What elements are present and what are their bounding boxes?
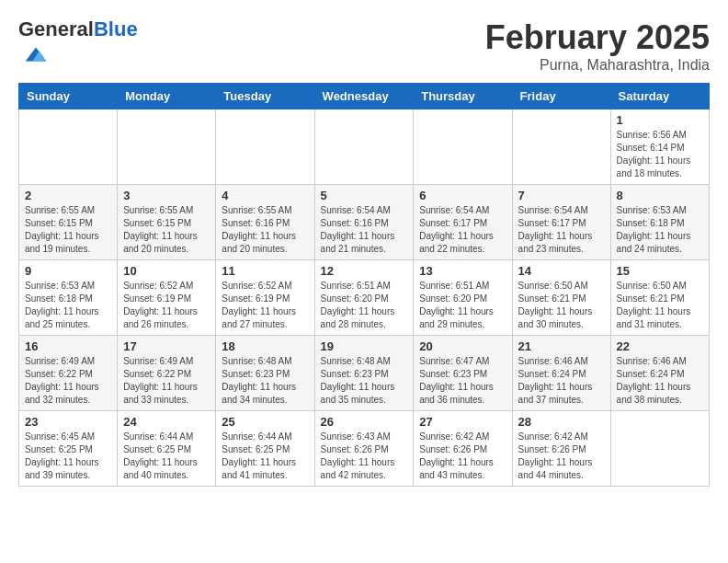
day-info: Sunrise: 6:42 AM Sunset: 6:26 PM Dayligh… xyxy=(518,431,605,482)
calendar-cell: 1Sunrise: 6:56 AM Sunset: 6:14 PM Daylig… xyxy=(610,109,709,185)
day-info: Sunrise: 6:49 AM Sunset: 6:22 PM Dayligh… xyxy=(25,355,111,407)
calendar-header-monday: Monday xyxy=(118,84,216,109)
calendar-cell: 4Sunrise: 6:55 AM Sunset: 6:16 PM Daylig… xyxy=(216,185,314,260)
calendar-table: SundayMondayTuesdayWednesdayThursdayFrid… xyxy=(18,83,710,487)
day-number: 3 xyxy=(123,189,210,202)
day-number: 19 xyxy=(321,339,408,353)
day-number: 20 xyxy=(419,339,506,353)
calendar-header-row: SundayMondayTuesdayWednesdayThursdayFrid… xyxy=(19,84,710,109)
calendar-cell: 19Sunrise: 6:48 AM Sunset: 6:23 PM Dayli… xyxy=(314,336,414,411)
calendar-header-tuesday: Tuesday xyxy=(216,84,314,109)
day-info: Sunrise: 6:50 AM Sunset: 6:21 PM Dayligh… xyxy=(518,280,605,331)
day-info: Sunrise: 6:45 AM Sunset: 6:25 PM Dayligh… xyxy=(25,431,111,482)
calendar-cell: 15Sunrise: 6:50 AM Sunset: 6:21 PM Dayli… xyxy=(610,260,709,336)
day-number: 23 xyxy=(25,415,111,429)
day-number: 26 xyxy=(321,415,408,429)
calendar-week-4: 16Sunrise: 6:49 AM Sunset: 6:22 PM Dayli… xyxy=(19,336,710,411)
day-info: Sunrise: 6:44 AM Sunset: 6:25 PM Dayligh… xyxy=(123,431,210,482)
day-info: Sunrise: 6:44 AM Sunset: 6:25 PM Dayligh… xyxy=(222,431,308,482)
day-number: 17 xyxy=(123,339,210,353)
calendar-cell xyxy=(19,109,118,185)
calendar-cell xyxy=(314,109,414,185)
day-number: 15 xyxy=(617,264,703,278)
logo: GeneralBlue xyxy=(18,18,138,72)
day-info: Sunrise: 6:55 AM Sunset: 6:15 PM Dayligh… xyxy=(25,204,111,256)
calendar-week-5: 23Sunrise: 6:45 AM Sunset: 6:25 PM Dayli… xyxy=(19,411,710,487)
calendar-cell: 6Sunrise: 6:54 AM Sunset: 6:17 PM Daylig… xyxy=(414,185,512,260)
calendar-cell xyxy=(610,411,709,487)
calendar-cell: 13Sunrise: 6:51 AM Sunset: 6:20 PM Dayli… xyxy=(414,260,512,336)
sub-title: Purna, Maharashtra, India xyxy=(485,57,710,74)
day-number: 28 xyxy=(518,415,605,429)
calendar-cell: 24Sunrise: 6:44 AM Sunset: 6:25 PM Dayli… xyxy=(118,411,216,487)
calendar-cell: 26Sunrise: 6:43 AM Sunset: 6:26 PM Dayli… xyxy=(314,411,414,487)
calendar-header-friday: Friday xyxy=(512,84,610,109)
day-number: 2 xyxy=(25,189,111,202)
calendar-header-thursday: Thursday xyxy=(414,84,512,109)
calendar-header-wednesday: Wednesday xyxy=(314,84,414,109)
day-number: 24 xyxy=(123,415,210,429)
calendar-cell: 5Sunrise: 6:54 AM Sunset: 6:16 PM Daylig… xyxy=(314,185,414,260)
logo-icon xyxy=(22,40,50,68)
day-number: 16 xyxy=(25,339,111,353)
day-info: Sunrise: 6:51 AM Sunset: 6:20 PM Dayligh… xyxy=(321,280,408,331)
calendar-cell: 27Sunrise: 6:42 AM Sunset: 6:26 PM Dayli… xyxy=(414,411,512,487)
calendar-week-3: 9Sunrise: 6:53 AM Sunset: 6:18 PM Daylig… xyxy=(19,260,710,336)
main-title: February 2025 xyxy=(485,18,710,57)
calendar-header-sunday: Sunday xyxy=(19,84,118,109)
calendar-cell xyxy=(512,109,610,185)
day-number: 10 xyxy=(123,264,210,278)
logo-text: GeneralBlue xyxy=(18,18,138,40)
calendar-cell: 17Sunrise: 6:49 AM Sunset: 6:22 PM Dayli… xyxy=(118,336,216,411)
day-number: 7 xyxy=(518,189,605,202)
day-number: 12 xyxy=(321,264,408,278)
logo-general: General xyxy=(18,17,94,40)
calendar-week-2: 2Sunrise: 6:55 AM Sunset: 6:15 PM Daylig… xyxy=(19,185,710,260)
day-number: 5 xyxy=(321,189,408,202)
calendar-cell: 2Sunrise: 6:55 AM Sunset: 6:15 PM Daylig… xyxy=(19,185,118,260)
day-info: Sunrise: 6:54 AM Sunset: 6:17 PM Dayligh… xyxy=(419,204,506,256)
day-info: Sunrise: 6:52 AM Sunset: 6:19 PM Dayligh… xyxy=(222,280,308,331)
calendar-header-saturday: Saturday xyxy=(610,84,709,109)
day-info: Sunrise: 6:56 AM Sunset: 6:14 PM Dayligh… xyxy=(617,129,703,180)
day-info: Sunrise: 6:42 AM Sunset: 6:26 PM Dayligh… xyxy=(419,431,506,482)
calendar-cell: 20Sunrise: 6:47 AM Sunset: 6:23 PM Dayli… xyxy=(414,336,512,411)
calendar-cell: 21Sunrise: 6:46 AM Sunset: 6:24 PM Dayli… xyxy=(512,336,610,411)
calendar-week-1: 1Sunrise: 6:56 AM Sunset: 6:14 PM Daylig… xyxy=(19,109,710,185)
day-info: Sunrise: 6:54 AM Sunset: 6:17 PM Dayligh… xyxy=(518,204,605,256)
day-info: Sunrise: 6:51 AM Sunset: 6:20 PM Dayligh… xyxy=(419,280,506,331)
day-info: Sunrise: 6:43 AM Sunset: 6:26 PM Dayligh… xyxy=(321,431,408,482)
day-number: 13 xyxy=(419,264,506,278)
calendar-cell: 12Sunrise: 6:51 AM Sunset: 6:20 PM Dayli… xyxy=(314,260,414,336)
day-info: Sunrise: 6:52 AM Sunset: 6:19 PM Dayligh… xyxy=(123,280,210,331)
day-info: Sunrise: 6:53 AM Sunset: 6:18 PM Dayligh… xyxy=(25,280,111,331)
title-area: February 2025 Purna, Maharashtra, India xyxy=(485,18,710,74)
day-number: 21 xyxy=(518,339,605,353)
calendar-cell: 11Sunrise: 6:52 AM Sunset: 6:19 PM Dayli… xyxy=(216,260,314,336)
day-info: Sunrise: 6:55 AM Sunset: 6:16 PM Dayligh… xyxy=(222,204,308,256)
calendar-cell: 22Sunrise: 6:46 AM Sunset: 6:24 PM Dayli… xyxy=(610,336,709,411)
calendar-cell: 7Sunrise: 6:54 AM Sunset: 6:17 PM Daylig… xyxy=(512,185,610,260)
calendar-cell: 10Sunrise: 6:52 AM Sunset: 6:19 PM Dayli… xyxy=(118,260,216,336)
calendar-cell: 25Sunrise: 6:44 AM Sunset: 6:25 PM Dayli… xyxy=(216,411,314,487)
day-info: Sunrise: 6:55 AM Sunset: 6:15 PM Dayligh… xyxy=(123,204,210,256)
day-number: 1 xyxy=(617,113,703,127)
calendar-cell xyxy=(414,109,512,185)
day-number: 4 xyxy=(222,189,308,202)
day-number: 18 xyxy=(222,339,308,353)
day-number: 14 xyxy=(518,264,605,278)
day-info: Sunrise: 6:50 AM Sunset: 6:21 PM Dayligh… xyxy=(617,280,703,331)
calendar-cell xyxy=(118,109,216,185)
day-info: Sunrise: 6:46 AM Sunset: 6:24 PM Dayligh… xyxy=(518,355,605,407)
calendar-cell: 14Sunrise: 6:50 AM Sunset: 6:21 PM Dayli… xyxy=(512,260,610,336)
calendar-cell: 9Sunrise: 6:53 AM Sunset: 6:18 PM Daylig… xyxy=(19,260,118,336)
day-info: Sunrise: 6:49 AM Sunset: 6:22 PM Dayligh… xyxy=(123,355,210,407)
day-number: 27 xyxy=(419,415,506,429)
day-info: Sunrise: 6:46 AM Sunset: 6:24 PM Dayligh… xyxy=(617,355,703,407)
calendar-cell: 28Sunrise: 6:42 AM Sunset: 6:26 PM Dayli… xyxy=(512,411,610,487)
logo-blue: Blue xyxy=(94,17,138,40)
day-number: 8 xyxy=(617,189,703,202)
day-number: 22 xyxy=(617,339,703,353)
calendar-cell: 16Sunrise: 6:49 AM Sunset: 6:22 PM Dayli… xyxy=(19,336,118,411)
day-info: Sunrise: 6:54 AM Sunset: 6:16 PM Dayligh… xyxy=(321,204,408,256)
